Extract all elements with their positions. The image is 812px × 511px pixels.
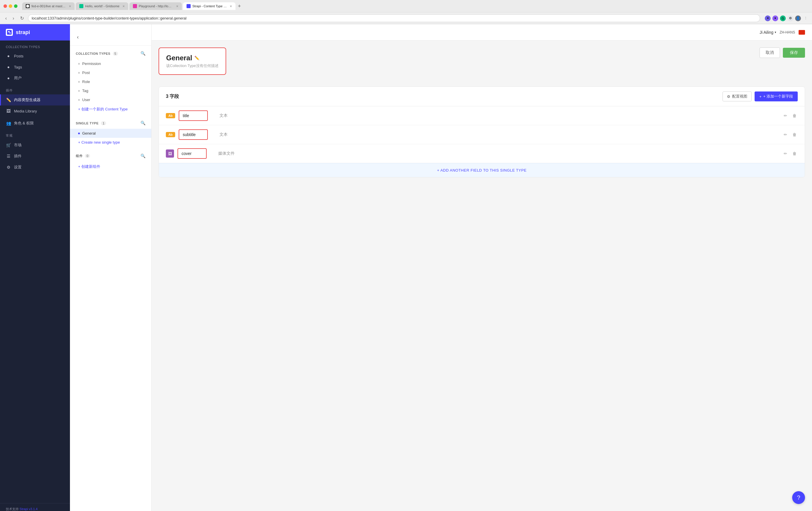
help-button[interactable]: ?: [792, 491, 805, 504]
browser-tab-3[interactable]: Playground - http://localhost:8... ✕: [129, 2, 182, 10]
field-edit-title[interactable]: ✏: [783, 112, 788, 119]
add-field-plus-icon: +: [759, 94, 761, 99]
new-tab-button[interactable]: +: [237, 3, 242, 9]
window-close-dot[interactable]: [3, 4, 7, 8]
tab-label-2: Hello, world! - Gridsome: [85, 4, 119, 8]
browser-tab-2[interactable]: Hello, world! - Gridsome ✕: [76, 2, 128, 10]
field-actions-subtitle: ✏ 🗑: [783, 131, 798, 138]
sidebar-item-plugins[interactable]: ☰ 插件: [0, 151, 70, 162]
list-bullet-user: [78, 99, 80, 101]
create-component-link[interactable]: + 创建新组件: [70, 162, 151, 172]
component-search-icon[interactable]: 🔍: [141, 153, 145, 158]
single-type-label: SINGLE TYPE: [76, 121, 98, 125]
sidebar-item-tags[interactable]: ● Tags: [0, 61, 70, 72]
single-type-search-icon[interactable]: 🔍: [141, 121, 145, 125]
ct-edit-icon[interactable]: ✏️: [195, 56, 199, 60]
config-view-button[interactable]: ⚙ 配置视图: [723, 91, 752, 101]
component-title: 组件 0: [76, 153, 90, 158]
add-another-field-link[interactable]: + ADD ANOTHER FIELD TO THIS SINGLE TYPE: [437, 168, 526, 173]
tab-close-2[interactable]: ✕: [122, 5, 125, 8]
media-library-icon: 🖼: [6, 109, 11, 114]
nav-refresh-button[interactable]: ↻: [18, 15, 26, 22]
collection-types-search-icon[interactable]: 🔍: [141, 51, 145, 56]
field-row-subtitle: Ab subtitle 文本 ✏ 🗑: [159, 125, 805, 144]
field-delete-subtitle[interactable]: 🗑: [791, 131, 798, 138]
plugins-section-label: 插件: [0, 84, 70, 94]
sidebar-item-settings-label: 设置: [14, 164, 22, 170]
ct-title-row: General ✏️: [166, 54, 219, 62]
tab-close-4[interactable]: ✕: [230, 5, 232, 8]
window-maximize-dot[interactable]: [14, 4, 18, 8]
user-name-display[interactable]: Ji Ailing ▾: [759, 30, 776, 35]
tags-icon: ●: [6, 64, 11, 70]
browser-chrome: fed-e-001/live at master · lago... ✕ Hel…: [0, 0, 812, 24]
add-field-button[interactable]: + + 添加一个新字段: [755, 91, 798, 101]
extension-icon-2[interactable]: ▾: [772, 16, 778, 21]
field-type-cover: 媒体文件: [207, 151, 783, 156]
tab-close-3[interactable]: ✕: [176, 5, 178, 8]
panel-item-post[interactable]: Post: [70, 68, 151, 77]
extension-icon-settings[interactable]: ⚙: [787, 16, 793, 21]
list-bullet-permission: [78, 63, 80, 65]
panel-item-general[interactable]: General: [70, 129, 151, 138]
field-name-subtitle: subtitle: [183, 130, 204, 139]
panel-item-user[interactable]: User: [70, 95, 151, 104]
sidebar-item-settings[interactable]: ⚙ 设置: [0, 162, 70, 173]
sidebar-item-tags-label: Tags: [14, 65, 22, 69]
browser-tab-4[interactable]: Strapi - Content Type Builder ✕: [183, 2, 235, 10]
panel-item-permission-label: Permission: [82, 61, 101, 66]
nav-forward-button[interactable]: ›: [11, 15, 16, 22]
field-badge-text-title: Ab: [169, 114, 173, 117]
address-bar[interactable]: [28, 14, 760, 22]
field-delete-title[interactable]: 🗑: [791, 112, 798, 119]
browser-tab-1[interactable]: fed-e-001/live at master · lago... ✕: [22, 2, 75, 10]
sidebar-item-media-library[interactable]: 🖼 Media Library: [0, 106, 70, 117]
add-field-label: + 添加一个新字段: [763, 94, 793, 99]
content-area: General ✏️ 该Collection Type没有任何描述 取消 保存: [151, 40, 812, 511]
panel-item-role-label: Role: [82, 80, 90, 84]
sidebar-item-market[interactable]: 🛒 市场: [0, 140, 70, 151]
cancel-button[interactable]: 取消: [759, 48, 780, 58]
panel-item-role[interactable]: Role: [70, 77, 151, 86]
list-bullet-post: [78, 72, 80, 74]
ct-header-card: General ✏️ 该Collection Type没有任何描述: [158, 48, 226, 75]
create-single-link[interactable]: + Create new single type: [70, 138, 151, 147]
field-edit-subtitle[interactable]: ✏: [783, 131, 788, 138]
field-name-box-subtitle: subtitle: [179, 129, 208, 140]
extension-icon-3[interactable]: G: [780, 16, 786, 21]
field-name-box-title: title: [179, 111, 208, 121]
nav-back-button[interactable]: ‹: [3, 15, 8, 22]
browser-tabs: fed-e-001/live at master · lago... ✕ Hel…: [22, 2, 809, 10]
panel-item-user-label: User: [82, 98, 90, 102]
create-collection-link[interactable]: + 创建一个新的 Content Type: [70, 104, 151, 114]
fields-header-actions: ⚙ 配置视图 + + 添加一个新字段: [723, 91, 798, 101]
panel-item-tag[interactable]: Tag: [70, 86, 151, 95]
sidebar-item-plugins-label: 插件: [14, 153, 22, 159]
extension-icon-profile[interactable]: 👤: [795, 16, 801, 21]
panel-item-general-label: General: [82, 131, 95, 136]
tab-close-1[interactable]: ✕: [69, 5, 71, 8]
save-button[interactable]: 保存: [783, 48, 805, 58]
panel-back-button[interactable]: ‹: [75, 32, 81, 42]
svg-point-0: [26, 5, 29, 7]
panel-item-permission[interactable]: Permission: [70, 59, 151, 68]
sidebar-item-users[interactable]: ● 用户: [0, 72, 70, 84]
tab-favicon-2: [79, 4, 83, 8]
field-delete-cover[interactable]: 🗑: [791, 150, 798, 157]
list-bullet-general: [78, 132, 80, 134]
tab-label-3: Playground - http://localhost:8...: [139, 4, 173, 8]
sidebar-item-media-library-label: Media Library: [14, 109, 37, 113]
footer-strapi-link[interactable]: Strapi v3.1.4: [20, 507, 37, 511]
extension-icon-1[interactable]: ✦: [765, 16, 771, 21]
sidebar-item-content-type-builder[interactable]: ✏️ 内容类型生成器: [0, 94, 70, 106]
browser-nav: ‹ › ↻ ✦ ▾ G ⚙ 👤 ⋮: [0, 12, 812, 24]
field-edit-cover[interactable]: ✏: [783, 150, 788, 157]
component-panel-header: 组件 0 🔍: [70, 151, 151, 162]
sidebar-item-roles-permissions[interactable]: 👥 角色 & 权限: [0, 118, 70, 129]
browser-menu-button[interactable]: ⋮: [803, 16, 809, 21]
ct-actions: 取消 保存: [759, 48, 805, 58]
window-minimize-dot[interactable]: [9, 4, 12, 8]
field-type-title: 文本: [208, 113, 783, 118]
sidebar-item-posts[interactable]: ● Posts: [0, 51, 70, 61]
component-section: 组件 0 🔍 + 创建新组件: [70, 147, 151, 172]
